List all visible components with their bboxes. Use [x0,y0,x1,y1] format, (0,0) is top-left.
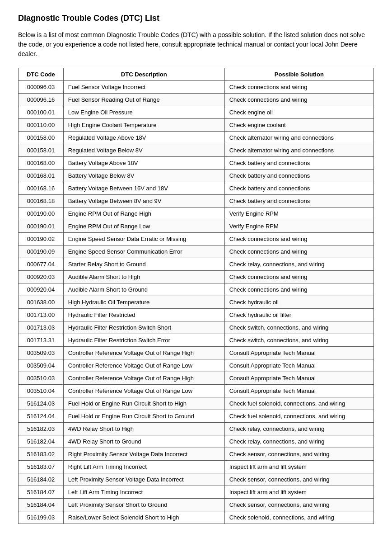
table-row: 000168.01Battery Voltage Below 8VCheck b… [19,170,374,182]
table-row: 516182.034WD Relay Short to HighCheck re… [19,423,374,435]
table-row: 516184.07Left Lift Arm Timing IncorrectI… [19,486,374,499]
dtc-solution-cell: Check sensor, connections, and wiring [224,448,373,461]
dtc-solution-cell: Check engine oil [224,106,373,119]
dtc-description-cell: Fuel Sensor Reading Out of Range [63,94,224,106]
dtc-description-cell: Controller Reference Voltage Out of Rang… [63,385,224,397]
table-row: 516124.04Fuel Hold or Engine Run Circuit… [19,410,374,423]
table-row: 000100.01Low Engine Oil PressureCheck en… [19,106,374,119]
table-row: 516184.02Left Proximity Sensor Voltage D… [19,473,374,486]
dtc-code-cell: 003509.03 [19,347,64,359]
dtc-code-cell: 000158.01 [19,144,64,157]
col-header-description: DTC Description [63,68,224,81]
table-row: 000096.16Fuel Sensor Reading Out of Rang… [19,94,374,106]
table-row: 001713.03Hydraulic Filter Restriction Sw… [19,321,374,334]
dtc-description-cell: Audible Alarm Short to High [63,271,224,283]
dtc-description-cell: Right Lift Arm Timing Incorrect [63,461,224,473]
dtc-solution-cell: Check relay, connections, and wiring [224,258,373,271]
table-row: 000190.09Engine Speed Sensor Communicati… [19,245,374,258]
dtc-description-cell: Battery Voltage Between 16V and 18V [63,182,224,195]
table-body: 000096.03Fuel Sensor Voltage IncorrectCh… [19,81,374,524]
dtc-solution-cell: Inspect lift arm and lift system [224,461,373,473]
dtc-description-cell: Engine RPM Out of Range High [63,208,224,220]
dtc-solution-cell: Consult Appropriate Tech Manual [224,347,373,359]
table-row: 000168.18Battery Voltage Between 8V and … [19,195,374,208]
dtc-solution-cell: Consult Appropriate Tech Manual [224,359,373,372]
table-header-row: DTC Code DTC Description Possible Soluti… [19,68,374,81]
dtc-code-cell: 000168.18 [19,195,64,208]
table-row: 003510.03Controller Reference Voltage Ou… [19,372,374,385]
dtc-solution-cell: Check fuel solenoid, connections, and wi… [224,410,373,423]
dtc-description-cell: Audible Alarm Short to Ground [63,283,224,296]
dtc-code-cell: 003509.04 [19,359,64,372]
dtc-code-cell: 001638.00 [19,296,64,309]
dtc-description-cell: Fuel Sensor Voltage Incorrect [63,81,224,94]
dtc-code-cell: 000190.00 [19,208,64,220]
dtc-solution-cell: Check switch, connections, and wiring [224,321,373,334]
dtc-solution-cell: Check connections and wiring [224,271,373,283]
dtc-code-cell: 000920.03 [19,271,64,283]
dtc-solution-cell: Check alternator wiring and connections [224,132,373,144]
dtc-description-cell: Controller Reference Voltage Out of Rang… [63,347,224,359]
dtc-code-cell: 001713.00 [19,309,64,321]
dtc-code-cell: 516124.03 [19,397,64,410]
dtc-solution-cell: Check battery and connections [224,157,373,170]
table-row: 000920.03Audible Alarm Short to HighChec… [19,271,374,283]
dtc-description-cell: Engine Speed Sensor Data Erratic or Miss… [63,233,224,245]
dtc-code-cell: 000168.01 [19,170,64,182]
dtc-solution-cell: Check hydraulic oil [224,296,373,309]
dtc-code-cell: 516183.02 [19,448,64,461]
dtc-code-cell: 516184.04 [19,499,64,511]
dtc-description-cell: Left Proximity Sensor Voltage Data Incor… [63,473,224,486]
dtc-code-cell: 000190.02 [19,233,64,245]
dtc-description-cell: Raise/Lower Select Solenoid Short to Hig… [63,511,224,524]
dtc-code-cell: 516199.03 [19,511,64,524]
dtc-description-cell: High Engine Coolant Temperature [63,119,224,132]
dtc-description-cell: Right Proximity Sensor Voltage Data Inco… [63,448,224,461]
dtc-code-cell: 001713.03 [19,321,64,334]
table-row: 003510.04Controller Reference Voltage Ou… [19,385,374,397]
dtc-solution-cell: Check alternator wiring and connections [224,144,373,157]
table-row: 516183.02Right Proximity Sensor Voltage … [19,448,374,461]
dtc-description-cell: High Hydraulic Oil Temperature [63,296,224,309]
dtc-description-cell: Battery Voltage Above 18V [63,157,224,170]
table-row: 000190.01Engine RPM Out of Range LowVeri… [19,220,374,233]
table-row: 000110.00High Engine Coolant Temperature… [19,119,374,132]
dtc-description-cell: Hydraulic Filter Restriction Switch Shor… [63,321,224,334]
dtc-description-cell: Low Engine Oil Pressure [63,106,224,119]
dtc-code-cell: 000677.04 [19,258,64,271]
dtc-solution-cell: Check connections and wiring [224,245,373,258]
dtc-code-cell: 000096.16 [19,94,64,106]
dtc-code-cell: 003510.04 [19,385,64,397]
dtc-description-cell: Regulated Voltage Below 8V [63,144,224,157]
table-row: 000158.01Regulated Voltage Below 8VCheck… [19,144,374,157]
dtc-solution-cell: Consult Appropriate Tech Manual [224,385,373,397]
table-row: 516184.04Left Proximity Sensor Short to … [19,499,374,511]
page-title: Diagnostic Trouble Codes (DTC) List [18,14,374,23]
dtc-solution-cell: Check hydraulic oil filter [224,309,373,321]
dtc-code-cell: 001713.31 [19,334,64,347]
dtc-code-cell: 000096.03 [19,81,64,94]
table-row: 001713.31Hydraulic Filter Restriction Sw… [19,334,374,347]
dtc-solution-cell: Check connections and wiring [224,283,373,296]
col-header-code: DTC Code [19,68,64,81]
dtc-description-cell: Controller Reference Voltage Out of Rang… [63,359,224,372]
dtc-solution-cell: Consult Appropriate Tech Manual [224,372,373,385]
dtc-description-cell: Hydraulic Filter Restriction Switch Erro… [63,334,224,347]
dtc-code-cell: 003510.03 [19,372,64,385]
dtc-description-cell: Left Lift Arm Timing Incorrect [63,486,224,499]
table-row: 516124.03Fuel Hold or Engine Run Circuit… [19,397,374,410]
dtc-code-cell: 516182.04 [19,435,64,448]
dtc-solution-cell: Check sensor, connections, and wiring [224,499,373,511]
dtc-code-cell: 000168.00 [19,157,64,170]
dtc-code-cell: 000190.09 [19,245,64,258]
table-row: 000190.02Engine Speed Sensor Data Errati… [19,233,374,245]
dtc-table: DTC Code DTC Description Possible Soluti… [18,68,374,524]
dtc-description-cell: Battery Voltage Between 8V and 9V [63,195,224,208]
table-row: 001713.00Hydraulic Filter RestrictedChec… [19,309,374,321]
dtc-code-cell: 000168.16 [19,182,64,195]
table-row: 003509.03Controller Reference Voltage Ou… [19,347,374,359]
dtc-solution-cell: Check relay, connections, and wiring [224,423,373,435]
dtc-description-cell: Fuel Hold or Engine Run Circuit Short to… [63,397,224,410]
dtc-description-cell: Left Proximity Sensor Short to Ground [63,499,224,511]
table-row: 000096.03Fuel Sensor Voltage IncorrectCh… [19,81,374,94]
